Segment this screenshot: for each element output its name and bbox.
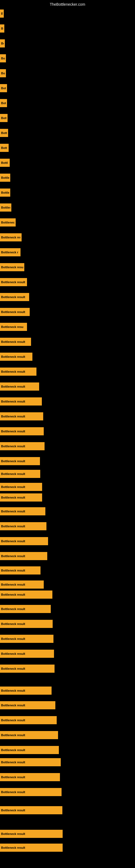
bar-label: Bottl bbox=[1, 161, 8, 164]
bar-label: Bott bbox=[1, 116, 6, 120]
bar-row: Bottleneck result bbox=[0, 278, 27, 286]
bar-label: Bottleneck result bbox=[1, 718, 25, 722]
bar-row: Bottleneck result bbox=[0, 442, 45, 450]
bar-row: Bot bbox=[0, 54, 6, 62]
bar-label: Bottleneck result bbox=[1, 846, 25, 849]
bar-label: Bottleneck r bbox=[1, 251, 18, 254]
bar-label: Bottleneck result bbox=[1, 430, 25, 433]
bar-row: Bottleneck result bbox=[0, 731, 58, 739]
bar-label: Bottleneck result bbox=[1, 485, 25, 489]
bar-label: Bottleneck result bbox=[1, 607, 25, 611]
bar-row: Bottleneck result bbox=[0, 537, 48, 545]
bar-row: Bottleneck result bbox=[0, 806, 62, 814]
bar-label: Bottleneck result bbox=[1, 790, 25, 794]
bar-row: Bottleneck result bbox=[0, 522, 46, 530]
bar-label: Bottle bbox=[1, 176, 9, 179]
bar-row: Bottleneck result bbox=[0, 686, 52, 695]
bar-label: Bottleneck result bbox=[1, 510, 25, 513]
bar-label: Bottleneck bbox=[1, 221, 14, 224]
bar-row: Bottleneck result bbox=[0, 590, 52, 599]
bar-label: B bbox=[1, 12, 3, 15]
bar-label: Bott bbox=[1, 87, 6, 90]
bar-row: Bottleneck result bbox=[0, 650, 54, 658]
bar-label: Bottle bbox=[1, 191, 9, 194]
bar-label: Bottleneck result bbox=[1, 340, 25, 343]
bar-label: Bottleneck result bbox=[1, 704, 25, 707]
bar-row: Bottleneck result bbox=[0, 382, 39, 391]
bar-label: Bottleneck result bbox=[1, 734, 25, 737]
bar-row: Bottleneck result bbox=[0, 457, 40, 465]
bar-label: Bot bbox=[1, 101, 6, 105]
bar-row: Bottleneck result bbox=[0, 605, 51, 613]
bar-row: Bottleneck result bbox=[0, 620, 53, 628]
bar-row: Bottleneck result bbox=[0, 397, 42, 405]
bar-row: Bottleneck result bbox=[0, 308, 30, 316]
bar-row: Bott bbox=[0, 84, 7, 92]
bar-row: Bottleneck resu bbox=[0, 323, 27, 331]
bar-label: Bottleneck result bbox=[1, 525, 25, 528]
bar-label: Bottleneck result bbox=[1, 748, 25, 752]
bar-label: Bottleneck result bbox=[1, 310, 25, 314]
bar-label: Bottleneck result bbox=[1, 593, 25, 596]
bar-label: Bottlen bbox=[1, 206, 10, 209]
bar-label: Bottleneck result bbox=[1, 355, 25, 358]
bar-row: Bott bbox=[0, 129, 8, 137]
bar-row: Bottleneck result bbox=[0, 701, 55, 709]
bar-label: Bottleneck result bbox=[1, 689, 25, 692]
bar-label: Bottleneck result bbox=[1, 280, 25, 284]
bar-row: Bottleneck resu bbox=[0, 233, 21, 241]
bar-label: Bo bbox=[1, 27, 3, 30]
bar-label: Bottleneck resu bbox=[1, 236, 20, 239]
bar-row: Bottlen bbox=[0, 204, 11, 212]
bar-label: Bottleneck result bbox=[1, 266, 23, 269]
bar-row: Bottleneck result bbox=[0, 483, 42, 491]
bar-row: Bottleneck result bbox=[0, 352, 32, 361]
bar-label: Bott bbox=[1, 131, 7, 134]
bar-label: Bottleneck result bbox=[1, 400, 25, 403]
bar-row: Bottleneck result bbox=[0, 746, 59, 754]
bar-label: Bottleneck result bbox=[1, 296, 25, 299]
bar-row: Bottleneck result bbox=[0, 493, 42, 501]
bar-row: Bottleneck result bbox=[0, 566, 41, 575]
bar-label: Bo bbox=[1, 42, 4, 45]
site-title: TheBottlenecker.com bbox=[0, 0, 135, 9]
bar-row: Bott bbox=[0, 144, 9, 152]
bar-row: Bottleneck result bbox=[0, 293, 29, 301]
bar-label: Bottleneck result bbox=[1, 569, 25, 572]
bar-row: Bottleneck result bbox=[0, 470, 40, 478]
bar-label: Bottleneck resu bbox=[1, 325, 24, 329]
bar-label: Bottleneck result bbox=[1, 385, 25, 388]
bar-label: Bottleneck result bbox=[1, 415, 25, 418]
bar-row: Bottleneck bbox=[0, 218, 16, 226]
bar-row: B bbox=[0, 9, 4, 18]
bar-label: Bottleneck result bbox=[1, 583, 25, 586]
bar-label: Bottleneck result bbox=[1, 554, 25, 558]
bar-row: Bo bbox=[0, 39, 5, 48]
bar-label: Bot bbox=[1, 57, 5, 60]
bar-row: Bo bbox=[0, 24, 4, 33]
bar-row: Bottleneck result bbox=[0, 758, 61, 766]
bar-row: Bottleneck result bbox=[0, 338, 31, 346]
bar-row: Bottle bbox=[0, 174, 10, 182]
bar-row: Bottleneck result bbox=[0, 552, 47, 560]
bar-label: Bottleneck result bbox=[1, 809, 25, 812]
bar-row: Bottleneck result bbox=[0, 664, 54, 673]
bar-row: Bottleneck result bbox=[0, 368, 37, 376]
bar-label: Bottleneck result bbox=[1, 652, 25, 655]
bar-label: Bottleneck result bbox=[1, 761, 25, 764]
bar-label: Bottleneck result bbox=[1, 460, 25, 463]
bar-row: Bottleneck result bbox=[0, 507, 45, 516]
bar-label: Bott bbox=[1, 146, 7, 150]
bar-row: Bottleneck result bbox=[0, 635, 53, 643]
bar-row: Bottl bbox=[0, 159, 10, 167]
bar-row: Bottleneck result bbox=[0, 830, 63, 838]
bar-label: Bottleneck result bbox=[1, 496, 25, 499]
bar-row: Bottleneck result bbox=[0, 788, 61, 796]
bar-label: Bottleneck result bbox=[1, 539, 25, 543]
bar-label: Bottleneck result bbox=[1, 637, 25, 641]
bar-label: Bottleneck result bbox=[1, 370, 25, 373]
bar-label: Bottleneck result bbox=[1, 622, 25, 625]
bar-label: Bottleneck result bbox=[1, 667, 25, 670]
bar-row: Bottleneck r bbox=[0, 248, 20, 256]
bar-label: Bottleneck result bbox=[1, 775, 25, 779]
